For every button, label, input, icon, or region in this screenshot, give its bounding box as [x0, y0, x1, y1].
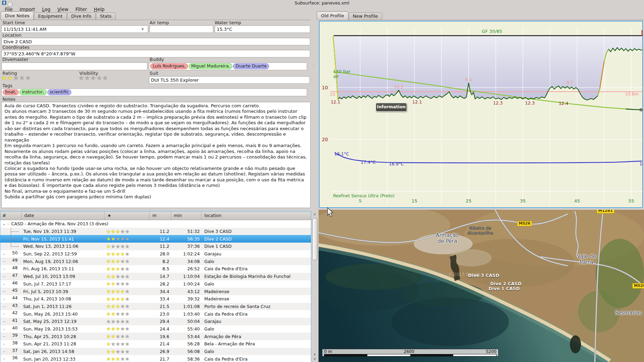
chevron-down-icon[interactable]: ∨ — [141, 27, 144, 31]
menu-view[interactable]: View — [54, 6, 72, 13]
star-icon: ★ — [25, 74, 31, 81]
dive-row[interactable]: –47Wed, Jul 10, 2013 13:09★★★★★14.71:10:… — [0, 273, 311, 280]
column-header-min[interactable]: min — [171, 211, 201, 220]
visibility-stars[interactable]: ★★★★★ — [79, 75, 108, 81]
location-field[interactable] — [1, 38, 310, 45]
scale-mid: 2600 — [404, 349, 414, 354]
menu-help[interactable]: Help — [90, 6, 108, 13]
dive-row[interactable]: –45Fri, Jul 5, 2013 10:39★★★★★34.443:12M… — [0, 288, 311, 295]
buddy-field[interactable]: Luís Rodrigues,Miguel Madureira,Duarte D… — [149, 62, 307, 70]
star-icon: ★ — [7, 74, 13, 81]
collapse-icon[interactable]: ⌄ — [2, 221, 6, 226]
water-temp-field[interactable] — [215, 25, 310, 33]
tag-chip[interactable]: scientific — [47, 89, 72, 95]
svg-text:10.5: 10.5 — [394, 84, 404, 89]
dive-row[interactable]: Tue, Nov 19, 2013 11:39★★★★★11.251:32Div… — [0, 228, 311, 235]
start-time-label: Start time — [2, 20, 25, 25]
map-scale-bar: 0 m 2600 5200 — [322, 349, 499, 356]
tab-dive-info[interactable]: Dive Info — [67, 12, 96, 20]
mouse-cursor — [327, 207, 334, 217]
svg-text:9.1: 9.1 — [465, 77, 472, 82]
map-copyright: © 2013 Google — [448, 272, 480, 277]
svg-text:17.4°C: 17.4°C — [361, 160, 376, 165]
scroll-down-icon[interactable]: ∨ — [312, 357, 317, 361]
tag-chip[interactable]: boat, — [3, 89, 19, 95]
air-temp-field[interactable] — [150, 25, 213, 33]
dive-list-scrollbar[interactable]: ∧ ∧ ∨ — [311, 211, 318, 362]
column-header-location[interactable]: location — [201, 211, 311, 220]
svg-text:150 bar: 150 bar — [333, 69, 351, 74]
suit-field[interactable] — [149, 76, 310, 84]
tab-new-profile[interactable]: New Profile — [349, 12, 382, 20]
dive-row[interactable]: –36Sun, Jan 20, 2013 12:33★★★★★21.758:36… — [0, 355, 311, 362]
star-icon: ★ — [102, 74, 108, 81]
tab-stats[interactable]: Stats — [96, 12, 116, 20]
dive-trip-group-row[interactable]: ⌄–CASD - Armação de Pêra, Nov 2013 (3 di… — [0, 220, 311, 228]
column-header-m[interactable]: m — [149, 211, 171, 220]
dive-site-map[interactable]: Armação de PêraRibeira de AlcantarilhaVa… — [319, 210, 644, 362]
road-badge: M526 — [632, 283, 644, 289]
column-header-date[interactable]: date — [21, 211, 104, 220]
svg-text:GF 30/85: GF 30/85 — [482, 29, 502, 34]
dive-row[interactable]: –44Thu, Jul 4, 2013 10:08★★★★★33.439:32M… — [0, 295, 311, 303]
buddy-chip[interactable]: Duarte Duarte — [233, 63, 269, 69]
column-header-stars[interactable]: ★ — [104, 211, 149, 220]
notes-label: Notes — [2, 97, 16, 102]
scrollbar-thumb[interactable] — [312, 218, 317, 260]
dive-row[interactable]: –41Sat, May 25, 2013 12:19★★★★★29.450:04… — [0, 318, 311, 325]
buddy-chip[interactable]: Luís Rodrigues, — [150, 63, 188, 69]
tags-field[interactable]: boat,instructor,scientific — [1, 88, 307, 96]
tags-label: Tags — [2, 83, 12, 88]
scroll-up2-icon[interactable]: ∧ — [312, 352, 317, 356]
scale-left: 0 m — [324, 349, 332, 354]
map-place-label: Sesmarias — [609, 310, 644, 316]
scroll-up-icon[interactable]: ∧ — [312, 212, 317, 216]
svg-text:12.1: 12.1 — [331, 99, 340, 105]
tab-equipment[interactable]: Equipment — [34, 12, 67, 20]
tab-dive-notes[interactable]: Dive Notes — [1, 11, 34, 20]
star-icon: ★ — [97, 74, 102, 81]
star-icon: ★ — [14, 74, 19, 81]
dive-row[interactable]: –46Sun, Jul 7, 2013 17:17★★★★★28.21:00:2… — [0, 280, 311, 288]
buddy-chip[interactable]: Miguel Madureira, — [189, 63, 232, 69]
start-time-combo[interactable] — [1, 25, 148, 33]
coordinates-label: Coordinates — [2, 45, 29, 50]
water-temp-label: Water temp — [215, 20, 241, 25]
dive-row[interactable]: –43Sat, Jun 1, 2013 11:26★★★★★21.51:01:0… — [0, 303, 311, 310]
svg-text:12.3: 12.3 — [525, 100, 535, 106]
svg-text:12.4: 12.4 — [559, 101, 569, 106]
dive-site-label: Dive 2 CASD — [487, 281, 525, 286]
dive-row[interactable]: –37Sat, Jan 26, 2013 14:58★★★★★26.956:08… — [0, 348, 311, 355]
rating-stars[interactable]: ★★★★★ — [1, 75, 31, 81]
notes-textarea[interactable]: Aula do curso CASD. Transectos c/video e… — [1, 102, 311, 208]
dive-row[interactable]: –48Fri, Aug 16, 2013 15:11★★★★★8.526:52C… — [0, 265, 311, 273]
dive-row[interactable]: –50Sun, Sep 22, 2013 12:59★★★★★28.01:02:… — [0, 250, 311, 258]
dive-row[interactable]: Wed, Nov 13, 2013 11:06★★★★★11.237:36Div… — [0, 243, 311, 250]
column-header-num[interactable]: # — [0, 211, 21, 220]
menu-filter[interactable]: Filter — [72, 6, 90, 13]
coordinates-field[interactable] — [1, 50, 310, 57]
dive-row[interactable]: –39Thu, Apr 25, 2013 10:28★★★★★19.653:44… — [0, 333, 311, 340]
star-icon: ★ — [84, 74, 90, 81]
dive-row[interactable]: Fri, Nov 15, 2013 11:41★★★★★12.456:35Div… — [0, 235, 311, 243]
splitter-handle[interactable]: ⋮ — [312, 66, 315, 67]
svg-text:19.1°C: 19.1°C — [334, 151, 349, 156]
svg-text:9.7: 9.7 — [566, 80, 573, 85]
dive-row[interactable]: –42Sun, May 26, 2013 15:40★★★★★23.01:03:… — [0, 310, 311, 318]
svg-text:Reefnet Sensus Ultra (Preto): Reefnet Sensus Ultra (Preto) — [333, 193, 394, 198]
dive-site-label: Dive 1 CASD — [485, 286, 523, 291]
svg-text:5: 5 — [359, 198, 361, 203]
svg-text:25: 25 — [466, 198, 472, 203]
information-button[interactable]: Information — [376, 103, 407, 111]
tag-chip[interactable]: instructor, — [19, 89, 46, 95]
tab-old-profile[interactable]: Old Profile — [317, 11, 348, 20]
menu-log[interactable]: Log — [38, 6, 54, 13]
dive-row[interactable]: –49Mon, Aug 19, 2013 12:06★★★★★8.234:08G… — [0, 257, 311, 265]
star-icon: ★ — [91, 74, 97, 81]
divemaster-field[interactable] — [1, 62, 147, 70]
dive-list-header[interactable]: #date★mminlocation — [0, 211, 311, 220]
profile-tab-strip: Old ProfileNew Profile — [317, 12, 383, 20]
dive-row[interactable]: –40Sun, May 19, 2013 15:53★★★★★24.455:40… — [0, 325, 311, 333]
dive-row[interactable]: –38Sun, Apr 21, 2013 11:28★★★★★21.456:28… — [0, 340, 311, 348]
dive-profile-chart[interactable]: GF 30/85150 barair102010.59.19.712.112.1… — [319, 21, 643, 208]
